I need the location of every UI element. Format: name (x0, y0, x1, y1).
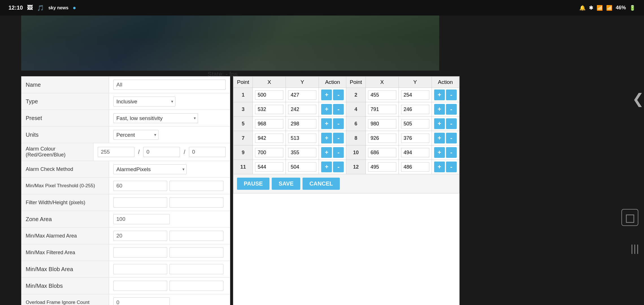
max-blobs-input[interactable] (169, 281, 223, 291)
name-input[interactable] (113, 80, 226, 90)
action-cell-left: + - (319, 102, 346, 117)
x-input-right[interactable] (368, 148, 396, 157)
y-input-left[interactable] (288, 134, 316, 143)
x-input-right[interactable] (368, 134, 396, 143)
max-alarmed-input[interactable] (169, 231, 223, 241)
alarm-g-input[interactable] (143, 147, 180, 157)
filter-height-input[interactable] (169, 197, 223, 208)
alarm-check-wrapper[interactable]: AlarmedPixels FilteredPixels Blobs (113, 164, 187, 174)
action-cell-right: + - (432, 131, 459, 145)
x-input-left[interactable] (255, 134, 283, 143)
point-num-left: 3 (234, 102, 253, 117)
plus-button-right[interactable]: + (434, 162, 445, 172)
minus-button-left[interactable]: - (333, 90, 344, 100)
units-label: Units (21, 127, 109, 143)
home-button[interactable]: ◻ (621, 209, 638, 226)
minus-button-left[interactable]: - (333, 118, 344, 129)
action-cell-right: + - (432, 88, 459, 102)
y-input-right[interactable] (401, 162, 429, 172)
plus-button-left[interactable]: + (321, 162, 332, 172)
plus-button-right[interactable]: + (434, 118, 445, 129)
x-input-left[interactable] (255, 162, 283, 172)
type-label: Type (21, 93, 109, 110)
minus-button-right[interactable]: - (446, 162, 457, 172)
y-input-left[interactable] (288, 148, 316, 157)
filter-size-cell (109, 195, 230, 210)
min-alarmed-input[interactable] (113, 231, 167, 241)
minus-button-right[interactable]: - (446, 147, 457, 158)
preset-select[interactable]: Fast, low sensitivity Normal Slow, high … (113, 113, 198, 123)
type-select[interactable]: Inclusive Exclusive (113, 97, 175, 106)
zone-area-input[interactable] (113, 214, 170, 224)
x-input-right[interactable] (368, 105, 396, 114)
pause-button[interactable]: PAUSE (237, 178, 269, 190)
x-input-left[interactable] (255, 90, 283, 100)
point-num-right: 10 (346, 145, 365, 160)
y-input-right[interactable] (401, 148, 429, 157)
minus-button-left[interactable]: - (333, 133, 344, 143)
units-select-wrapper[interactable]: Percent Pixels (113, 130, 158, 140)
x-input-left[interactable] (255, 119, 283, 128)
min-blob-input[interactable] (113, 264, 167, 274)
minus-button-right[interactable]: - (446, 104, 457, 115)
cancel-button[interactable]: CANCEL (303, 178, 340, 190)
x-input-right[interactable] (368, 90, 396, 100)
pixel-threshold-label: Min/Max Pixel Threshold (0-255) (21, 178, 109, 194)
plus-button-left[interactable]: + (321, 104, 332, 115)
min-blobs-input[interactable] (113, 281, 167, 291)
y-cell-right (399, 131, 432, 145)
plus-button-left[interactable]: + (321, 118, 332, 129)
minus-button-left[interactable]: - (333, 147, 344, 158)
max-pixel-input[interactable] (169, 181, 223, 191)
x-input-right[interactable] (368, 119, 396, 128)
y-input-right[interactable] (401, 90, 429, 100)
max-blob-input[interactable] (169, 264, 223, 274)
plus-button-right[interactable]: + (434, 90, 445, 100)
plus-button-right[interactable]: + (434, 147, 445, 158)
y-input-left[interactable] (288, 105, 316, 114)
y-input-left[interactable] (288, 90, 316, 100)
overload-row: Overload Frame Ignore Count (21, 294, 230, 305)
x-input-left[interactable] (255, 105, 283, 114)
overload-input[interactable] (113, 297, 170, 305)
minus-button-right[interactable]: - (446, 133, 457, 143)
min-filtered-input[interactable] (113, 247, 167, 258)
minus-button-left[interactable]: - (333, 104, 344, 115)
max-filtered-input[interactable] (169, 247, 223, 258)
type-select-wrapper[interactable]: Inclusive Exclusive (113, 97, 175, 106)
menu-button[interactable]: ||| (631, 243, 638, 254)
minus-button-right[interactable]: - (446, 90, 457, 100)
minus-button-right[interactable]: - (446, 118, 457, 129)
plus-button-right[interactable]: + (434, 104, 445, 115)
plus-button-right[interactable]: + (434, 133, 445, 143)
blob-area-label: Min/Max Blob Area (21, 261, 109, 277)
x-input-right[interactable] (368, 162, 396, 172)
save-button[interactable]: SAVE (272, 178, 300, 190)
col-action1: Action (319, 77, 346, 88)
preset-select-wrapper[interactable]: Fast, low sensitivity Normal Slow, high … (113, 113, 198, 123)
y-cell-right (399, 102, 432, 117)
units-select[interactable]: Percent Pixels (113, 130, 158, 140)
x-cell-right (365, 160, 399, 174)
y-input-right[interactable] (401, 119, 429, 128)
col-action2: Action (432, 77, 459, 88)
filter-width-input[interactable] (113, 197, 167, 208)
y-input-left[interactable] (288, 119, 316, 128)
points-panel: Point X Y Action Point X Y Action 1 + - (233, 76, 460, 305)
alarm-b-input[interactable] (189, 147, 226, 157)
y-input-left[interactable] (288, 162, 316, 172)
min-pixel-input[interactable] (113, 181, 167, 191)
y-input-right[interactable] (401, 134, 429, 143)
plus-button-left[interactable]: + (321, 90, 332, 100)
minus-button-left[interactable]: - (333, 162, 344, 172)
back-arrow[interactable]: ❮ (632, 91, 644, 107)
alarm-r-input[interactable] (98, 147, 134, 157)
plus-button-left[interactable]: + (321, 147, 332, 158)
y-input-right[interactable] (401, 105, 429, 114)
point-num-left: 1 (234, 88, 253, 102)
plus-button-left[interactable]: + (321, 133, 332, 143)
x-input-left[interactable] (255, 148, 283, 157)
x-cell-left (253, 88, 286, 102)
points-table: Point X Y Action Point X Y Action 1 + - (233, 77, 459, 174)
alarm-check-select[interactable]: AlarmedPixels FilteredPixels Blobs (113, 164, 187, 174)
